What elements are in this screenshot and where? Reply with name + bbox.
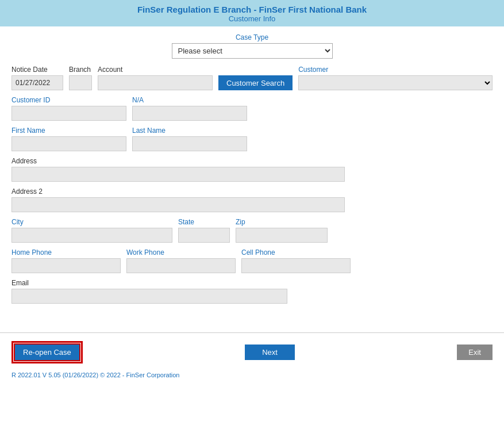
zip-input[interactable] xyxy=(236,228,328,243)
header-title: FinSer Regulation E Branch - FinSer Firs… xyxy=(0,5,504,14)
zip-label: Zip xyxy=(236,218,328,226)
reopen-wrapper: Re-open Case xyxy=(11,341,83,363)
notice-date-label: Notice Date xyxy=(11,66,63,74)
work-phone-label: Work Phone xyxy=(126,248,236,257)
customer-id-group: Customer ID xyxy=(11,96,126,121)
next-button[interactable]: Next xyxy=(245,345,295,360)
footer-buttons: Re-open Case Next Exit xyxy=(0,332,504,368)
header: FinSer Regulation E Branch - FinSer Firs… xyxy=(0,0,504,26)
city-group: City xyxy=(11,218,172,243)
customer-search-group: Customer Search xyxy=(218,75,293,90)
email-row: Email xyxy=(11,279,493,304)
cell-phone-input[interactable] xyxy=(241,258,351,273)
zip-group: Zip xyxy=(236,218,328,243)
case-type-select[interactable]: Please select xyxy=(172,43,333,59)
header-subtitle: Customer Info xyxy=(0,14,504,23)
last-name-input[interactable] xyxy=(132,136,247,151)
address-group: Address xyxy=(11,157,345,182)
phone-row: Home Phone Work Phone Cell Phone xyxy=(11,248,493,273)
address-label: Address xyxy=(11,157,345,165)
last-name-label: Last Name xyxy=(132,127,247,135)
customer-label: Customer xyxy=(298,66,493,74)
account-label: Account xyxy=(98,66,213,74)
state-input[interactable] xyxy=(178,228,230,243)
address2-label: Address 2 xyxy=(11,187,345,196)
state-label: State xyxy=(178,218,230,226)
work-phone-group: Work Phone xyxy=(126,248,236,273)
reopen-case-button[interactable]: Re-open Case xyxy=(14,343,80,361)
customer-search-button[interactable]: Customer Search xyxy=(218,75,293,90)
home-phone-input[interactable] xyxy=(11,258,121,273)
version-text: R 2022.01 V 5.05 (01/26/2022) © 2022 - F… xyxy=(0,368,504,384)
account-input[interactable] xyxy=(98,75,213,90)
email-input[interactable] xyxy=(11,289,287,304)
case-type-row: Case Type Please select xyxy=(11,33,493,59)
notice-date-input[interactable] xyxy=(11,75,63,90)
top-fields-row: Notice Date Branch Account Customer Sear… xyxy=(11,66,493,90)
last-name-group: Last Name xyxy=(132,127,247,151)
state-group: State xyxy=(178,218,230,243)
notice-date-group: Notice Date xyxy=(11,66,63,90)
cell-phone-group: Cell Phone xyxy=(241,248,351,273)
email-label: Email xyxy=(11,279,287,287)
branch-label: Branch xyxy=(69,66,92,74)
account-group: Account xyxy=(98,66,213,90)
case-type-label: Case Type xyxy=(236,33,268,41)
address2-input[interactable] xyxy=(11,197,345,212)
branch-group: Branch xyxy=(69,66,92,90)
home-phone-label: Home Phone xyxy=(11,248,121,257)
customer-id-label: Customer ID xyxy=(11,96,126,104)
first-name-group: First Name xyxy=(11,127,126,151)
address2-group: Address 2 xyxy=(11,187,345,212)
city-input[interactable] xyxy=(11,228,172,243)
exit-button[interactable]: Exit xyxy=(457,345,493,360)
customer-group: Customer xyxy=(298,66,493,90)
first-name-input[interactable] xyxy=(11,136,126,151)
customer-select[interactable] xyxy=(298,75,493,90)
city-state-zip-row: City State Zip xyxy=(11,218,493,243)
cell-phone-label: Cell Phone xyxy=(241,248,351,257)
na-input[interactable] xyxy=(132,106,247,121)
work-phone-input[interactable] xyxy=(126,258,236,273)
city-label: City xyxy=(11,218,172,226)
customerid-na-row: Customer ID N/A xyxy=(11,96,493,121)
branch-input[interactable] xyxy=(69,75,92,90)
home-phone-group: Home Phone xyxy=(11,248,121,273)
customer-id-input[interactable] xyxy=(11,106,126,121)
address2-row: Address 2 xyxy=(11,187,493,212)
first-name-label: First Name xyxy=(11,127,126,135)
address-row: Address xyxy=(11,157,493,182)
email-group: Email xyxy=(11,279,287,304)
address-input[interactable] xyxy=(11,167,345,182)
center-buttons: Next xyxy=(245,345,295,360)
na-label: N/A xyxy=(132,96,247,104)
name-row: First Name Last Name xyxy=(11,127,493,151)
main-content: Case Type Please select Notice Date Bran… xyxy=(0,26,504,315)
na-group: N/A xyxy=(132,96,247,121)
